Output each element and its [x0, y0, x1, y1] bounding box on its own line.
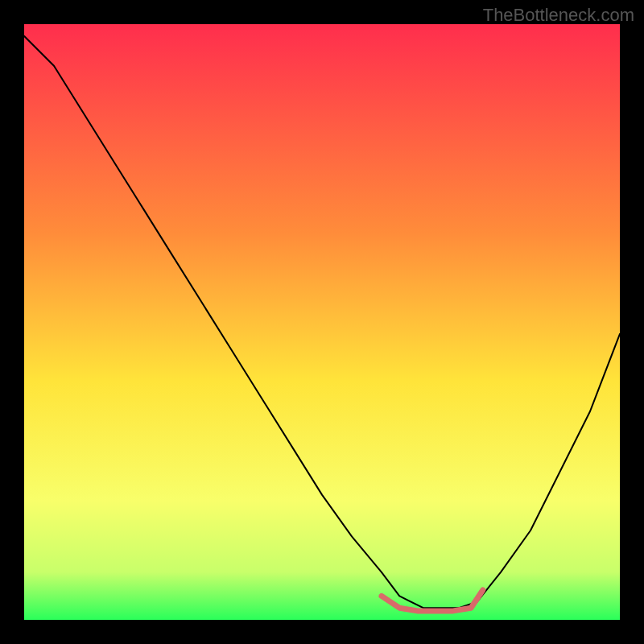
watermark-text: TheBottleneck.com — [483, 5, 634, 26]
chart-svg — [24, 24, 620, 620]
chart-plot-area — [24, 24, 620, 620]
